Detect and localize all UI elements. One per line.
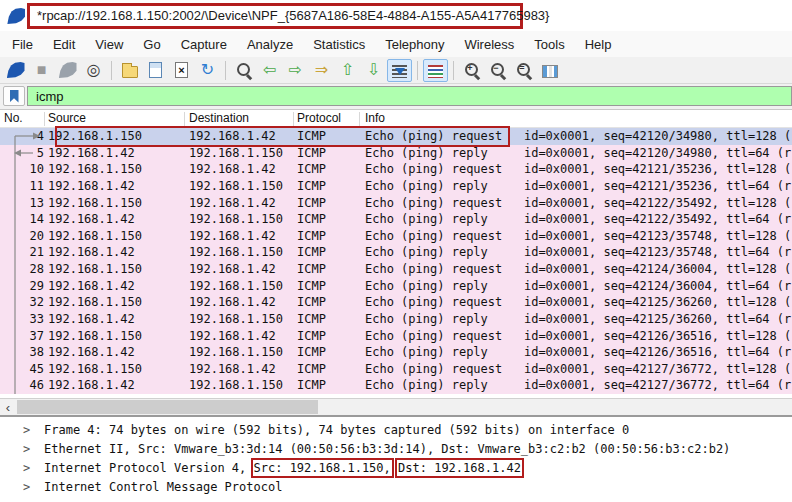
cell-protocol: ICMP — [297, 294, 326, 311]
cell-source: 192.168.1.150 — [48, 228, 142, 245]
packet-row[interactable]: 21192.168.1.42192.168.1.150ICMPEcho (pin… — [0, 244, 792, 261]
menu-item-wireless[interactable]: Wireless — [454, 31, 524, 57]
cell-source: 192.168.1.42 — [48, 278, 135, 295]
cell-source: 192.168.1.150 — [48, 161, 142, 178]
reload-icon[interactable]: ↻ — [195, 59, 220, 82]
cell-protocol: ICMP — [297, 178, 326, 195]
cell-info: Echo (ping) request id=0x0001, seq=42125… — [365, 294, 792, 311]
packet-row[interactable]: 28192.168.1.150192.168.1.42ICMPEcho (pin… — [0, 261, 792, 278]
cell-source: 192.168.1.42 — [48, 244, 135, 261]
colorize-icon[interactable] — [423, 59, 448, 82]
menu-item-telephony[interactable]: Telephony — [375, 31, 454, 57]
packet-row[interactable]: 33192.168.1.42192.168.1.150ICMPEcho (pin… — [0, 311, 792, 328]
column-header-no[interactable]: No. — [4, 110, 23, 128]
cell-destination: 192.168.1.42 — [189, 294, 276, 311]
column-separator[interactable] — [44, 112, 45, 126]
display-filter-input[interactable]: icmp — [27, 86, 792, 106]
cell-destination: 192.168.1.42 — [189, 228, 276, 245]
expander-icon[interactable]: > — [23, 421, 30, 440]
menu-item-analyze[interactable]: Analyze — [237, 31, 303, 57]
detail-text: Internet Control Message Protocol — [44, 480, 282, 494]
cell-destination: 192.168.1.150 — [189, 311, 283, 328]
detail-text: Ethernet II, Src: Vmware_b3:3d:14 (00:50… — [44, 442, 730, 456]
packet-row[interactable]: 11192.168.1.42192.168.1.150ICMPEcho (pin… — [0, 178, 792, 195]
cell-info: Echo (ping) reply id=0x0001, seq=42122/3… — [365, 211, 792, 228]
scrollbar-thumb[interactable] — [17, 400, 318, 414]
find-packet-icon[interactable] — [231, 59, 256, 82]
expander-icon[interactable]: > — [23, 478, 30, 497]
capture-options-icon[interactable]: ◎ — [81, 59, 106, 82]
cell-protocol: ICMP — [297, 311, 326, 328]
menu-bar: FileEditViewGoCaptureAnalyzeStatisticsTe… — [0, 31, 792, 57]
packet-row[interactable]: 10192.168.1.150192.168.1.42ICMPEcho (pin… — [0, 161, 792, 178]
cell-destination: 192.168.1.150 — [189, 244, 283, 261]
detail-line[interactable]: >Ethernet II, Src: Vmware_b3:3d:14 (00:5… — [0, 440, 792, 459]
stop-capture-icon[interactable]: ■ — [29, 59, 54, 82]
cell-protocol: ICMP — [297, 161, 326, 178]
packet-row[interactable]: 37192.168.1.150192.168.1.42ICMPEcho (pin… — [0, 328, 792, 345]
packet-row[interactable]: 38192.168.1.42192.168.1.150ICMPEcho (pin… — [0, 344, 792, 361]
cell-destination: 192.168.1.42 — [189, 161, 276, 178]
cell-destination: 192.168.1.150 — [189, 377, 283, 394]
detail-line[interactable]: >Frame 4: 74 bytes on wire (592 bits), 7… — [0, 421, 792, 440]
zoom-in-icon[interactable]: + — [459, 59, 484, 82]
bookmark-icon — [10, 90, 19, 103]
menu-item-tools[interactable]: Tools — [524, 31, 574, 57]
detail-line[interactable]: >Internet Protocol Version 4, Src: 192.1… — [0, 459, 792, 478]
cell-protocol: ICMP — [297, 361, 326, 378]
detail-text: Internet Protocol Version 4, — [44, 461, 254, 475]
horizontal-scrollbar[interactable]: ‹ — [0, 398, 792, 415]
menu-item-go[interactable]: Go — [133, 31, 170, 57]
go-last-icon[interactable]: ⇩ — [361, 59, 386, 82]
go-first-icon[interactable]: ⇧ — [335, 59, 360, 82]
resize-columns-icon[interactable] — [537, 59, 562, 82]
expander-icon[interactable]: > — [23, 459, 30, 478]
packet-row[interactable]: 29192.168.1.42192.168.1.150ICMPEcho (pin… — [0, 278, 792, 295]
packet-row[interactable]: 20192.168.1.150192.168.1.42ICMPEcho (pin… — [0, 228, 792, 245]
packet-row[interactable]: 45192.168.1.150192.168.1.42ICMPEcho (pin… — [0, 361, 792, 378]
restart-capture-icon[interactable] — [55, 59, 80, 82]
column-separator[interactable] — [359, 112, 360, 126]
packet-row[interactable]: 5192.168.1.42192.168.1.150ICMPEcho (ping… — [0, 145, 792, 162]
cell-protocol: ICMP — [297, 145, 326, 162]
title-bar: *rpcap://192.168.1.150:2002/\Device\NPF_… — [0, 0, 792, 31]
detail-line[interactable]: >Internet Control Message Protocol — [0, 478, 792, 497]
menu-item-help[interactable]: Help — [575, 31, 622, 57]
cell-destination: 192.168.1.150 — [189, 344, 283, 361]
start-capture-icon[interactable] — [3, 59, 28, 82]
open-file-icon[interactable] — [117, 59, 142, 82]
menu-item-edit[interactable]: Edit — [43, 31, 85, 57]
packet-row[interactable]: 13192.168.1.150192.168.1.42ICMPEcho (pin… — [0, 195, 792, 212]
close-file-icon[interactable]: × — [169, 59, 194, 82]
menu-item-view[interactable]: View — [85, 31, 133, 57]
go-back-icon[interactable]: ⇦ — [257, 59, 282, 82]
auto-scroll-icon[interactable] — [387, 59, 412, 82]
go-to-packet-icon[interactable]: ⇒ — [309, 59, 334, 82]
filter-bar: icmp — [0, 84, 792, 110]
column-separator[interactable] — [293, 112, 294, 126]
save-file-icon[interactable] — [143, 59, 168, 82]
go-forward-icon[interactable]: ⇨ — [283, 59, 308, 82]
zoom-out-icon[interactable]: − — [485, 59, 510, 82]
filter-bookmark-button[interactable] — [3, 86, 25, 106]
packet-row[interactable]: 14192.168.1.42192.168.1.150ICMPEcho (pin… — [0, 211, 792, 228]
cell-source: 192.168.1.42 — [48, 145, 135, 162]
related-packets-indicator — [0, 128, 44, 394]
cell-protocol: ICMP — [297, 278, 326, 295]
expander-icon[interactable]: > — [23, 440, 30, 459]
detail-text: Frame 4: 74 bytes on wire (592 bits), 74… — [44, 423, 629, 437]
scroll-left-arrow-icon[interactable]: ‹ — [0, 399, 16, 415]
menu-item-capture[interactable]: Capture — [171, 31, 237, 57]
menu-item-statistics[interactable]: Statistics — [303, 31, 375, 57]
packet-row[interactable]: 46192.168.1.42192.168.1.150ICMPEcho (pin… — [0, 377, 792, 394]
packet-row[interactable]: 32192.168.1.150192.168.1.42ICMPEcho (pin… — [0, 294, 792, 311]
cell-info: Echo (ping) request id=0x0001, seq=42123… — [365, 228, 792, 245]
wireshark-window: *rpcap://192.168.1.150:2002/\Device\NPF_… — [0, 0, 792, 502]
cell-destination: 192.168.1.150 — [189, 145, 283, 162]
column-separator[interactable] — [184, 112, 185, 126]
cell-info: Echo (ping) request id=0x0001, seq=42121… — [365, 161, 792, 178]
menu-item-file[interactable]: File — [2, 31, 43, 57]
cell-source: 192.168.1.150 — [48, 361, 142, 378]
zoom-original-icon[interactable]: = — [511, 59, 536, 82]
cell-destination: 192.168.1.150 — [189, 178, 283, 195]
